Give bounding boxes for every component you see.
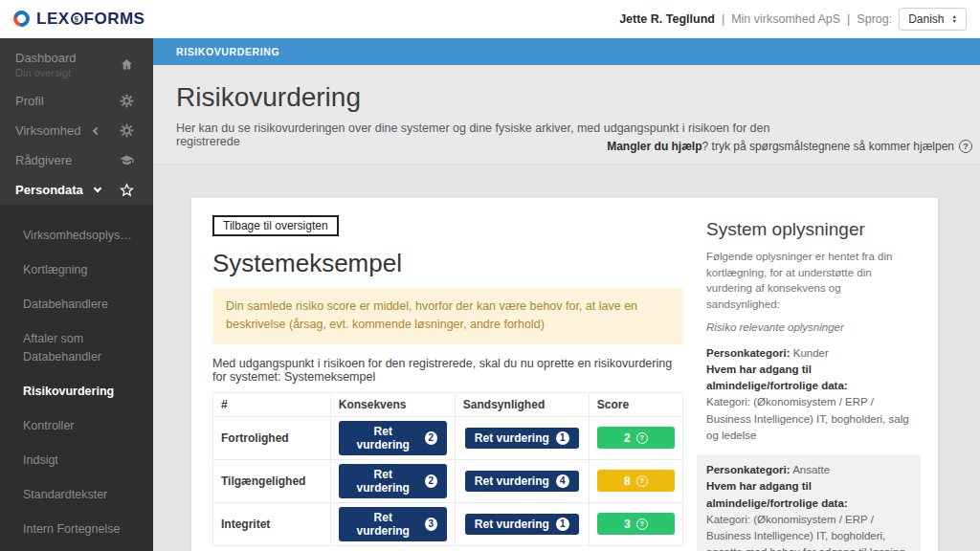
access-label: Hvem har adgang til almindelige/fortroli… <box>706 480 848 508</box>
score-pill: 8 ? <box>597 470 675 492</box>
user-area: Jette R. Tegllund | Min virksomhed ApS |… <box>619 8 967 31</box>
persondata-submenu: Virksomhedsoplys… Kortlægning Databehand… <box>0 205 153 551</box>
submenu-item-indsigt[interactable]: Indsigt <box>23 443 136 477</box>
sidebar-item-label: Profil <box>15 94 44 108</box>
main-content: RISIKOVURDERING Risikovurdering Her kan … <box>153 38 980 551</box>
risk-detail-column: Tilbage til oversigten Systemeksempel Di… <box>212 215 683 551</box>
question-circle-icon[interactable]: ? <box>959 140 972 153</box>
row-label: Integritet <box>213 502 331 545</box>
submenu-item-virksomhedsoplysninger[interactable]: Virksomhedsoplys… <box>23 218 136 253</box>
sidebar-item-dashboard[interactable]: Dashboard Din oversigt <box>0 38 153 86</box>
app-root: LEX § FORMS Jette R. Tegllund | Min virk… <box>0 0 980 551</box>
sidebar-item-sublabel: Din oversigt <box>15 67 77 78</box>
submenu-item-databehandlere[interactable]: Databehandlere <box>23 287 136 321</box>
value-badge: 2 <box>425 474 437 488</box>
edit-sandsynlighed-button[interactable]: Ret vurdering 4 <box>465 471 579 492</box>
score-value: 2 <box>624 431 631 445</box>
submenu-item-kontroller[interactable]: Kontroller <box>23 408 136 443</box>
app-logo[interactable]: LEX § FORMS <box>13 10 145 29</box>
value-badge: 3 <box>425 518 437 531</box>
edit-sandsynlighed-button[interactable]: Ret vurdering 1 <box>465 514 579 535</box>
value-badge: 1 <box>556 518 569 531</box>
logo-text: LEX § FORMS <box>36 10 145 29</box>
panel-title: System oplysninger <box>706 219 917 240</box>
category-label: Personkategori: <box>706 347 791 359</box>
page-title: Risikovurdering <box>176 82 970 113</box>
button-label: Ret vurdering <box>348 468 418 495</box>
risk-score-alert: Din samlede risiko score er middel, hvor… <box>212 288 683 344</box>
company-name[interactable]: Min virksomhed ApS <box>731 12 840 26</box>
help-rest: ? tryk på spørgsmålstegnene så kommer hj… <box>702 140 954 153</box>
back-to-overview-button[interactable]: Tilbage til oversigten <box>212 215 339 236</box>
button-label: Ret vurdering <box>475 474 549 488</box>
chevron-down-icon <box>94 185 101 192</box>
graduation-cap-icon <box>120 153 134 167</box>
button-label: Ret vurdering <box>348 511 418 538</box>
risk-card: Tilbage til oversigten Systemeksempel Di… <box>191 198 938 551</box>
col-header-konsekvens: Konsekvens <box>330 392 455 416</box>
breadcrumb-ribbon: RISIKOVURDERING <box>153 38 980 65</box>
edit-sandsynlighed-button[interactable]: Ret vurdering 1 <box>465 428 579 449</box>
value-badge: 4 <box>556 474 569 488</box>
edit-konsekvens-button[interactable]: Ret vurdering 2 <box>339 421 447 455</box>
edit-konsekvens-button[interactable]: Ret vurdering 2 <box>339 464 447 498</box>
language-value: Danish <box>908 12 944 26</box>
value-badge: 1 <box>556 431 569 445</box>
sidebar-item-virksomhed[interactable]: Virksomhed <box>0 116 153 145</box>
button-label: Ret vurdering <box>348 425 418 452</box>
person-category-entry: Personkategori: Kunder Hvem har adgang t… <box>706 345 917 445</box>
logo-o-icon: § <box>71 12 83 25</box>
sidebar-item-label: Rådgivere <box>15 153 72 167</box>
risk-intro-text: Med udgangspunkt i risikoen for den regi… <box>212 357 683 384</box>
submenu-item-kortlaegning[interactable]: Kortlægning <box>23 253 136 287</box>
logo-suffix: FORMS <box>84 10 145 29</box>
col-header-score: Score <box>589 392 682 416</box>
sidebar-item-label: Dashboard <box>15 51 77 65</box>
score-help-icon[interactable]: ? <box>636 432 648 444</box>
score-value: 8 <box>624 474 631 488</box>
table-row: Tilgængelighed Ret vurdering 2 <box>213 459 683 502</box>
user-name[interactable]: Jette R. Tegllund <box>619 12 715 26</box>
sidebar: Dashboard Din oversigt Profil Virksomhed… <box>0 38 153 551</box>
submenu-item-haendelser[interactable]: Hændelser <box>23 546 136 551</box>
submenu-item-standardtekster[interactable]: Standardtekster <box>23 477 136 512</box>
category-value: Kunder <box>793 347 829 359</box>
logo-swoosh-icon <box>11 9 32 29</box>
gear-icon <box>120 123 134 138</box>
separator: | <box>722 12 724 26</box>
row-label: Fortrolighed <box>213 416 331 459</box>
score-pill: 2 ? <box>597 427 675 449</box>
system-title: Systemeksempel <box>212 249 683 278</box>
access-value: Kategori: (Økonomisystem / ERP / Busines… <box>706 396 909 441</box>
chevron-left-icon <box>93 126 100 134</box>
top-header: LEX § FORMS Jette R. Tegllund | Min virk… <box>0 0 980 38</box>
score-help-icon[interactable]: ? <box>636 518 648 530</box>
value-badge: 2 <box>425 431 437 445</box>
col-header-hash: # <box>213 392 331 416</box>
help-bold: Mangler du hjælp <box>607 140 702 153</box>
submenu-item-aftaler-som-databehandler[interactable]: Aftaler som Databehandler <box>23 321 128 373</box>
button-label: Ret vurdering <box>475 518 549 531</box>
page-body: Tilbage til oversigten Systemeksempel Di… <box>153 165 980 551</box>
language-select[interactable]: Danish ▲▼ <box>899 8 967 31</box>
score-value: 3 <box>624 518 631 531</box>
panel-intro: Følgende oplysninger er hentet fra din k… <box>706 249 917 313</box>
gear-icon <box>120 94 134 108</box>
score-help-icon[interactable]: ? <box>636 475 648 487</box>
submenu-item-intern-fortegnelse[interactable]: Intern Fortegnelse <box>23 512 136 546</box>
table-row: Fortrolighed Ret vurdering 2 <box>213 416 683 459</box>
sidebar-item-persondata[interactable]: Persondata <box>0 175 153 205</box>
system-info-panel: System oplysninger Følgende oplysninger … <box>706 215 917 551</box>
sidebar-item-label: Persondata <box>15 183 83 197</box>
access-label: Hvem har adgang til almindelige/fortroli… <box>706 364 848 391</box>
edit-konsekvens-button[interactable]: Ret vurdering 3 <box>339 507 447 541</box>
panel-note: Risiko relevante oplysninger <box>706 321 917 333</box>
sidebar-item-radgivere[interactable]: Rådgivere <box>0 145 153 175</box>
select-arrows-icon: ▲▼ <box>952 14 957 23</box>
table-header-row: # Konsekvens Sandsynlighed Score <box>213 392 683 416</box>
sidebar-item-label: Virksomhed <box>15 123 80 138</box>
sidebar-item-profil[interactable]: Profil <box>0 86 153 116</box>
col-header-sandsynlighed: Sandsynlighed <box>455 392 589 416</box>
submenu-item-risikovurdering[interactable]: Risikovurdering <box>23 374 136 408</box>
ribbon-title: RISIKOVURDERING <box>176 46 279 57</box>
